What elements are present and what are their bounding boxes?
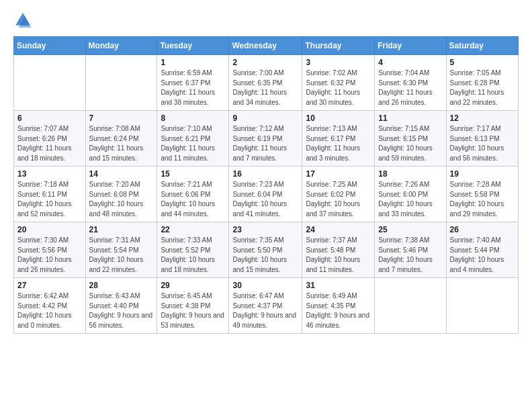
day-info: Sunrise: 6:45 AM Sunset: 4:38 PM Dayligh… bbox=[161, 291, 225, 330]
day-number: 19 bbox=[450, 169, 515, 179]
calendar-table: SundayMondayTuesdayWednesdayThursdayFrid… bbox=[13, 36, 519, 334]
day-info: Sunrise: 7:04 AM Sunset: 6:30 PM Dayligh… bbox=[378, 68, 442, 107]
calendar-body: 1Sunrise: 6:59 AM Sunset: 6:37 PM Daylig… bbox=[14, 55, 519, 334]
day-number: 11 bbox=[378, 113, 442, 123]
day-number: 5 bbox=[450, 58, 515, 67]
day-number: 1 bbox=[161, 58, 225, 67]
day-number: 15 bbox=[161, 169, 225, 179]
day-number: 4 bbox=[378, 58, 442, 67]
calendar-cell: 2Sunrise: 7:00 AM Sunset: 6:35 PM Daylig… bbox=[229, 55, 302, 111]
calendar-cell: 8Sunrise: 7:10 AM Sunset: 6:21 PM Daylig… bbox=[157, 111, 229, 167]
header-day-wednesday: Wednesday bbox=[229, 37, 302, 55]
week-row-1: 6Sunrise: 7:07 AM Sunset: 6:26 PM Daylig… bbox=[14, 111, 519, 167]
calendar-cell: 18Sunrise: 7:26 AM Sunset: 6:00 PM Dayli… bbox=[375, 167, 446, 222]
day-info: Sunrise: 7:21 AM Sunset: 6:06 PM Dayligh… bbox=[161, 180, 225, 219]
header-day-friday: Friday bbox=[375, 37, 446, 55]
calendar-cell: 11Sunrise: 7:15 AM Sunset: 6:15 PM Dayli… bbox=[375, 111, 446, 167]
calendar-cell: 23Sunrise: 7:35 AM Sunset: 5:50 PM Dayli… bbox=[229, 222, 302, 278]
day-number: 22 bbox=[161, 225, 225, 234]
calendar-cell: 9Sunrise: 7:12 AM Sunset: 6:19 PM Daylig… bbox=[229, 111, 302, 167]
calendar-cell: 4Sunrise: 7:04 AM Sunset: 6:30 PM Daylig… bbox=[375, 55, 446, 111]
day-number: 26 bbox=[450, 225, 515, 234]
calendar-cell: 7Sunrise: 7:08 AM Sunset: 6:24 PM Daylig… bbox=[85, 111, 157, 167]
calendar-cell bbox=[14, 55, 86, 111]
calendar-cell: 6Sunrise: 7:07 AM Sunset: 6:26 PM Daylig… bbox=[14, 111, 86, 167]
week-row-3: 20Sunrise: 7:30 AM Sunset: 5:56 PM Dayli… bbox=[14, 222, 519, 278]
day-number: 9 bbox=[232, 113, 298, 123]
header-day-monday: Monday bbox=[85, 37, 157, 55]
calendar-cell: 16Sunrise: 7:23 AM Sunset: 6:04 PM Dayli… bbox=[229, 167, 302, 222]
week-row-4: 27Sunrise: 6:42 AM Sunset: 4:42 PM Dayli… bbox=[14, 278, 519, 334]
day-info: Sunrise: 7:02 AM Sunset: 6:32 PM Dayligh… bbox=[306, 68, 371, 107]
day-info: Sunrise: 7:37 AM Sunset: 5:48 PM Dayligh… bbox=[306, 236, 371, 275]
day-info: Sunrise: 6:59 AM Sunset: 6:37 PM Dayligh… bbox=[161, 68, 225, 107]
calendar-cell: 19Sunrise: 7:28 AM Sunset: 5:58 PM Dayli… bbox=[446, 167, 518, 222]
day-info: Sunrise: 7:07 AM Sunset: 6:26 PM Dayligh… bbox=[17, 124, 82, 163]
day-number: 7 bbox=[89, 113, 154, 123]
day-number: 21 bbox=[89, 225, 154, 234]
day-number: 20 bbox=[17, 225, 82, 234]
logo bbox=[13, 11, 35, 30]
day-number: 28 bbox=[89, 281, 154, 290]
day-info: Sunrise: 7:38 AM Sunset: 5:46 PM Dayligh… bbox=[378, 236, 442, 275]
day-info: Sunrise: 7:28 AM Sunset: 5:58 PM Dayligh… bbox=[450, 180, 515, 219]
day-info: Sunrise: 7:13 AM Sunset: 6:17 PM Dayligh… bbox=[306, 124, 371, 163]
day-info: Sunrise: 7:31 AM Sunset: 5:54 PM Dayligh… bbox=[89, 236, 154, 275]
calendar-header: SundayMondayTuesdayWednesdayThursdayFrid… bbox=[14, 37, 519, 55]
calendar-cell: 26Sunrise: 7:40 AM Sunset: 5:44 PM Dayli… bbox=[446, 222, 518, 278]
day-info: Sunrise: 7:08 AM Sunset: 6:24 PM Dayligh… bbox=[89, 124, 154, 163]
calendar-cell: 29Sunrise: 6:45 AM Sunset: 4:38 PM Dayli… bbox=[157, 278, 229, 334]
week-row-2: 13Sunrise: 7:18 AM Sunset: 6:11 PM Dayli… bbox=[14, 167, 519, 222]
header-day-saturday: Saturday bbox=[446, 37, 518, 55]
day-number: 23 bbox=[232, 225, 298, 234]
calendar-cell: 5Sunrise: 7:05 AM Sunset: 6:28 PM Daylig… bbox=[446, 55, 518, 111]
day-info: Sunrise: 7:05 AM Sunset: 6:28 PM Dayligh… bbox=[450, 68, 515, 107]
day-info: Sunrise: 6:49 AM Sunset: 4:35 PM Dayligh… bbox=[306, 291, 371, 330]
day-number: 3 bbox=[306, 58, 371, 67]
day-info: Sunrise: 7:40 AM Sunset: 5:44 PM Dayligh… bbox=[450, 236, 515, 275]
day-number: 30 bbox=[232, 281, 298, 290]
day-number: 24 bbox=[306, 225, 371, 234]
header-day-sunday: Sunday bbox=[14, 37, 86, 55]
day-number: 10 bbox=[306, 113, 371, 123]
day-number: 12 bbox=[450, 113, 515, 123]
calendar-cell: 1Sunrise: 6:59 AM Sunset: 6:37 PM Daylig… bbox=[157, 55, 229, 111]
calendar-cell: 21Sunrise: 7:31 AM Sunset: 5:54 PM Dayli… bbox=[85, 222, 157, 278]
day-info: Sunrise: 6:43 AM Sunset: 4:40 PM Dayligh… bbox=[89, 291, 154, 330]
calendar-cell: 14Sunrise: 7:20 AM Sunset: 6:08 PM Dayli… bbox=[85, 167, 157, 222]
calendar-cell: 13Sunrise: 7:18 AM Sunset: 6:11 PM Dayli… bbox=[14, 167, 86, 222]
calendar-cell bbox=[446, 278, 518, 334]
day-number: 27 bbox=[17, 281, 82, 290]
calendar-cell: 3Sunrise: 7:02 AM Sunset: 6:32 PM Daylig… bbox=[302, 55, 375, 111]
day-info: Sunrise: 7:25 AM Sunset: 6:02 PM Dayligh… bbox=[306, 180, 371, 219]
calendar-cell: 28Sunrise: 6:43 AM Sunset: 4:40 PM Dayli… bbox=[85, 278, 157, 334]
calendar-cell: 27Sunrise: 6:42 AM Sunset: 4:42 PM Dayli… bbox=[14, 278, 86, 334]
header-day-tuesday: Tuesday bbox=[157, 37, 229, 55]
calendar-cell: 15Sunrise: 7:21 AM Sunset: 6:06 PM Dayli… bbox=[157, 167, 229, 222]
day-number: 29 bbox=[161, 281, 225, 290]
day-info: Sunrise: 7:18 AM Sunset: 6:11 PM Dayligh… bbox=[17, 180, 82, 219]
calendar-cell: 22Sunrise: 7:33 AM Sunset: 5:52 PM Dayli… bbox=[157, 222, 229, 278]
day-info: Sunrise: 7:10 AM Sunset: 6:21 PM Dayligh… bbox=[161, 124, 225, 163]
header-row: SundayMondayTuesdayWednesdayThursdayFrid… bbox=[14, 37, 519, 55]
day-info: Sunrise: 7:20 AM Sunset: 6:08 PM Dayligh… bbox=[89, 180, 154, 219]
header bbox=[13, 11, 519, 30]
header-day-thursday: Thursday bbox=[302, 37, 375, 55]
day-number: 8 bbox=[161, 113, 225, 123]
day-info: Sunrise: 6:42 AM Sunset: 4:42 PM Dayligh… bbox=[17, 291, 82, 330]
day-number: 6 bbox=[17, 113, 82, 123]
day-number: 17 bbox=[306, 169, 371, 179]
week-row-0: 1Sunrise: 6:59 AM Sunset: 6:37 PM Daylig… bbox=[14, 55, 519, 111]
calendar-cell: 30Sunrise: 6:47 AM Sunset: 4:37 PM Dayli… bbox=[229, 278, 302, 334]
day-info: Sunrise: 7:00 AM Sunset: 6:35 PM Dayligh… bbox=[232, 68, 298, 107]
day-number: 18 bbox=[378, 169, 442, 179]
calendar-cell: 25Sunrise: 7:38 AM Sunset: 5:46 PM Dayli… bbox=[375, 222, 446, 278]
day-info: Sunrise: 7:12 AM Sunset: 6:19 PM Dayligh… bbox=[232, 124, 298, 163]
day-info: Sunrise: 7:26 AM Sunset: 6:00 PM Dayligh… bbox=[378, 180, 442, 219]
day-info: Sunrise: 7:23 AM Sunset: 6:04 PM Dayligh… bbox=[232, 180, 298, 219]
day-number: 25 bbox=[378, 225, 442, 234]
calendar-cell bbox=[375, 278, 446, 334]
logo-icon bbox=[13, 11, 32, 30]
day-number: 2 bbox=[232, 58, 298, 67]
calendar-cell: 20Sunrise: 7:30 AM Sunset: 5:56 PM Dayli… bbox=[14, 222, 86, 278]
